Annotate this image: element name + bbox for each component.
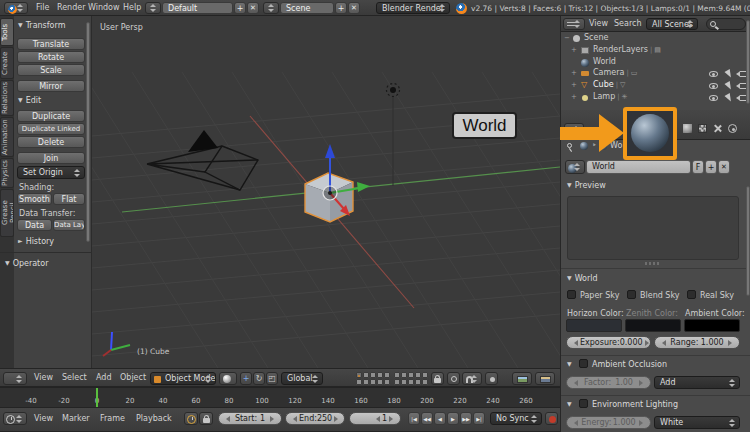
tab-relations[interactable]: Relations bbox=[0, 80, 14, 116]
join-button[interactable]: Join bbox=[17, 152, 85, 164]
layer-cell[interactable] bbox=[377, 372, 383, 378]
menu-render[interactable]: Render bbox=[57, 2, 85, 14]
menu-window[interactable]: Window bbox=[88, 2, 120, 14]
lock-frame-toggle[interactable] bbox=[199, 412, 213, 425]
layer-cell[interactable] bbox=[377, 379, 383, 385]
blend-sky-checkbox[interactable] bbox=[627, 290, 636, 299]
outliner-filter-dropdown[interactable]: All Scenes bbox=[646, 18, 698, 30]
next-keyframe-button[interactable]: ▶▶ bbox=[460, 412, 472, 425]
frame-end-field[interactable]: End:250 bbox=[285, 412, 345, 425]
tab-animation[interactable]: Animation bbox=[0, 117, 14, 157]
render-engine-dropdown[interactable]: Blender Render bbox=[376, 2, 450, 14]
play-reverse-button[interactable]: ◀ bbox=[434, 412, 446, 425]
panel-transform-header[interactable]: ▼Transform bbox=[18, 21, 65, 30]
duplicate-button[interactable]: Duplicate bbox=[17, 110, 85, 122]
play-button[interactable]: ▶ bbox=[447, 412, 459, 425]
env-color-dropdown[interactable]: White bbox=[654, 416, 740, 429]
preview-panel-header[interactable]: ▼Preview bbox=[567, 181, 606, 190]
jump-to-start-button[interactable]: |◀ bbox=[408, 412, 420, 425]
layer-cell[interactable] bbox=[370, 372, 376, 378]
add-layout-button[interactable]: + bbox=[234, 2, 246, 14]
transform-orientation-dropdown[interactable]: Global bbox=[281, 372, 323, 385]
prev-keyframe-button[interactable]: ◀◀ bbox=[421, 412, 433, 425]
timeline-frame-menu[interactable]: Frame bbox=[100, 413, 125, 425]
tab-physics[interactable]: Physics bbox=[0, 158, 14, 188]
tab-grease-pencil[interactable]: Grease Pencil bbox=[0, 189, 14, 237]
keying-toggle[interactable] bbox=[485, 372, 498, 385]
camera-object[interactable] bbox=[147, 130, 258, 190]
close-scene-button[interactable]: ✕ bbox=[348, 2, 360, 14]
outliner-item-cube[interactable]: Cube|▽ bbox=[593, 80, 625, 89]
manipulator-rotate-toggle[interactable]: ↻ bbox=[253, 372, 265, 385]
outliner-search-menu[interactable]: Search bbox=[614, 18, 641, 30]
ambient-color-swatch[interactable] bbox=[684, 319, 740, 332]
editor-type-button-3dview[interactable] bbox=[3, 372, 27, 385]
snap-dropdown[interactable] bbox=[462, 372, 482, 385]
mode-dropdown[interactable]: Object Mode bbox=[150, 372, 216, 385]
environment-lighting-panel-header[interactable]: ▼ bbox=[567, 400, 575, 409]
outliner-view-menu[interactable]: View bbox=[589, 18, 608, 30]
outliner-item-lamp[interactable]: Lamp|✳ bbox=[593, 92, 627, 101]
tab-material-icon[interactable] bbox=[683, 124, 692, 133]
object-menu[interactable]: Object bbox=[120, 372, 146, 384]
translate-button[interactable]: Translate bbox=[17, 38, 85, 50]
timeline-view-menu[interactable]: View bbox=[34, 413, 53, 425]
screen-layout-field[interactable]: Default bbox=[162, 2, 233, 14]
layer-grid-1[interactable] bbox=[356, 372, 390, 385]
horizon-color-swatch[interactable] bbox=[566, 319, 622, 332]
proportional-edit-toggle[interactable] bbox=[447, 372, 460, 385]
tab-physics-icon[interactable] bbox=[728, 124, 737, 133]
delete-button[interactable]: Delete bbox=[17, 136, 85, 148]
expander-renderlayers[interactable]: + bbox=[571, 46, 577, 54]
paper-sky-checkbox[interactable] bbox=[567, 290, 576, 299]
layer-cell[interactable] bbox=[401, 372, 407, 378]
duplicate-linked-button[interactable]: Duplicate Linked bbox=[17, 123, 85, 135]
scene-name-field[interactable]: Scene bbox=[280, 2, 334, 14]
real-sky-checkbox[interactable] bbox=[687, 290, 696, 299]
current-frame-indicator[interactable] bbox=[96, 388, 98, 408]
record-button[interactable] bbox=[545, 412, 558, 425]
editor-type-button-info[interactable] bbox=[4, 2, 28, 14]
outliner-search-box[interactable] bbox=[706, 18, 746, 30]
set-origin-dropdown[interactable]: Set Origin bbox=[17, 166, 85, 179]
expander-lamp[interactable]: + bbox=[571, 93, 577, 101]
outliner-item-renderlayers[interactable]: RenderLayers|▤ bbox=[593, 45, 661, 54]
layer-cell[interactable] bbox=[363, 379, 369, 385]
properties-scrollbar[interactable] bbox=[746, 186, 750, 296]
manipulator-translate-toggle[interactable]: + bbox=[240, 372, 252, 385]
data-lay-button[interactable]: Data Lay bbox=[53, 219, 85, 231]
outliner-item-camera[interactable]: Camera|▭ bbox=[593, 68, 637, 77]
sync-dropdown[interactable]: No Sync bbox=[490, 412, 542, 425]
timeline-playback-menu[interactable]: Playback bbox=[136, 413, 172, 425]
mirror-button[interactable]: Mirror bbox=[17, 80, 85, 92]
tab-create[interactable]: Create bbox=[0, 47, 14, 79]
render-still-button[interactable] bbox=[512, 372, 532, 385]
layer-cell[interactable] bbox=[408, 372, 414, 378]
timeline-marker-menu[interactable]: Marker bbox=[62, 413, 90, 425]
exposure-field[interactable]: Exposure:0.000 bbox=[566, 336, 651, 349]
gizmo-z-arrow[interactable] bbox=[325, 144, 335, 158]
layer-cell-active[interactable] bbox=[356, 372, 362, 378]
world-panel-header[interactable]: ▼World bbox=[567, 274, 598, 283]
env-energy-field[interactable]: Energy:1.000 bbox=[566, 416, 651, 429]
panel-edit-header[interactable]: ▼Edit bbox=[18, 96, 41, 105]
panel-history-header[interactable]: ►History bbox=[18, 237, 54, 246]
editor-type-button-timeline[interactable] bbox=[3, 412, 27, 425]
select-toggle-camera[interactable] bbox=[724, 69, 733, 79]
fake-user-button[interactable]: F bbox=[692, 160, 704, 174]
manipulator-scale-toggle[interactable]: ◰ bbox=[266, 372, 278, 385]
layer-cell[interactable] bbox=[401, 379, 407, 385]
viewport-3d[interactable]: User Persp (1) Cube bbox=[92, 16, 560, 368]
preview-range-toggle[interactable] bbox=[184, 412, 198, 425]
select-toggle-cube[interactable] bbox=[724, 81, 733, 91]
lamp-object[interactable] bbox=[387, 84, 400, 187]
shade-flat-button[interactable]: Flat bbox=[53, 193, 85, 205]
layer-cell[interactable] bbox=[415, 379, 421, 385]
editor-type-button-outliner[interactable] bbox=[563, 18, 585, 30]
hide-toggle-cube[interactable] bbox=[709, 83, 718, 89]
screen-layout-icon-button[interactable] bbox=[145, 2, 161, 14]
layer-cell[interactable] bbox=[384, 379, 390, 385]
panel-drag-dots[interactable] bbox=[645, 262, 661, 265]
data-button[interactable]: Data bbox=[17, 219, 52, 231]
layer-cell[interactable] bbox=[394, 372, 400, 378]
